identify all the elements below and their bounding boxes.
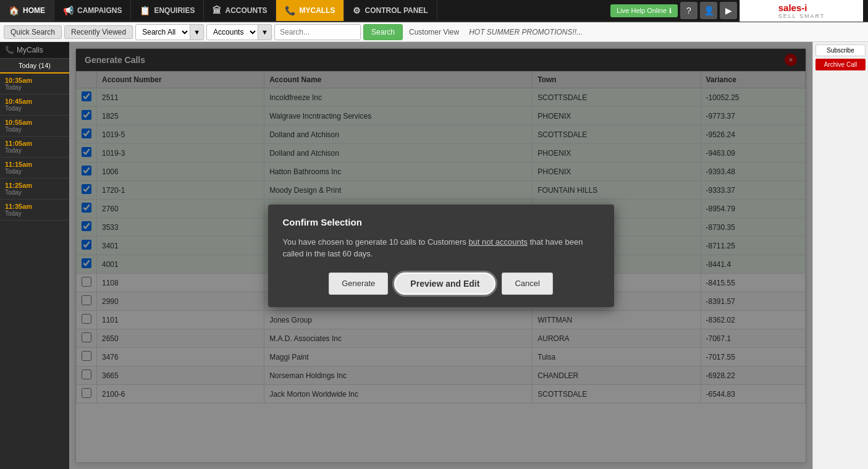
nav-controlpanel[interactable]: ⚙ CONTROL PANEL xyxy=(344,0,437,21)
time-sub: Today xyxy=(5,210,64,217)
sidebar-time-entry[interactable]: 11:35amToday xyxy=(0,200,69,221)
logo-text: sales-i xyxy=(778,2,825,13)
mycalls-icon: 📞 xyxy=(285,6,295,15)
logo-area: sales-i SELL SMART xyxy=(739,0,863,22)
logo-sub: SELL SMART xyxy=(778,13,825,19)
subscribe-button[interactable]: Subscribe xyxy=(815,44,866,56)
cancel-button[interactable]: Cancel xyxy=(502,273,552,295)
enquiries-icon: 📋 xyxy=(140,6,150,15)
nav-right: Live Help Online ℹ ? 👤 ▶ sales-i SELL SM… xyxy=(610,0,868,21)
right-panel: Subscribe Archive Call xyxy=(812,42,868,469)
generate-button[interactable]: Generate xyxy=(329,273,388,295)
time-label: 11:35am xyxy=(5,203,64,210)
sidebar-time-entry[interactable]: 10:45amToday xyxy=(0,95,69,116)
forward-button[interactable]: ▶ xyxy=(720,2,737,19)
sidebar-tab-today[interactable]: Today (14) xyxy=(0,59,69,74)
sidebar-time-entry[interactable]: 10:55amToday xyxy=(0,116,69,137)
search-all-select[interactable]: Search All xyxy=(135,24,190,40)
campaigns-icon: 📢 xyxy=(63,6,74,15)
time-label: 10:55am xyxy=(5,119,64,126)
nav-home[interactable]: 🏠 HOME xyxy=(0,0,54,21)
time-sub: Today xyxy=(5,84,64,91)
nav-enquiries[interactable]: 📋 ENQUIRIES xyxy=(131,0,204,21)
sidebar-header: 📞 MyCalls xyxy=(0,42,69,59)
sidebar-time-entry[interactable]: 11:25amToday xyxy=(0,179,69,200)
nav-mycalls[interactable]: 📞 MYCALLS xyxy=(276,0,344,21)
content-panel: Generate Calls × Account Number Account … xyxy=(69,42,812,469)
sidebar-time-entry[interactable]: 10:35amToday xyxy=(0,74,69,95)
accounts-dropdown[interactable]: ▼ xyxy=(258,24,272,40)
overlay: Confirm Selection You have chosen to gen… xyxy=(69,42,812,469)
search-input[interactable] xyxy=(274,24,361,40)
main-area: 📞 MyCalls Today (14) 10:35amToday10:45am… xyxy=(0,42,868,469)
sidebar-tab-bar: Today (14) xyxy=(0,59,69,74)
accounts-select[interactable]: Accounts xyxy=(206,24,258,40)
sidebar-time-entry[interactable]: 11:05amToday xyxy=(0,137,69,158)
accounts-select-wrap: Accounts ▼ xyxy=(206,24,272,40)
ticker-text: HOT SUMMER PROMOTIONS!!... xyxy=(465,28,586,36)
customer-view-label: Customer View xyxy=(405,28,463,36)
nav-campaigns[interactable]: 📢 CAMPAIGNS xyxy=(54,0,131,21)
search-button[interactable]: Search xyxy=(363,24,403,40)
time-sub: Today xyxy=(5,126,64,133)
preview-edit-button[interactable]: Preview and Edit xyxy=(394,273,495,295)
sidebar-times: 10:35amToday10:45amToday10:55amToday11:0… xyxy=(0,74,69,221)
archive-call-button[interactable]: Archive Call xyxy=(815,59,866,70)
home-icon: 🏠 xyxy=(9,6,19,15)
time-label: 10:45am xyxy=(5,98,64,105)
quick-search-button[interactable]: Quick Search xyxy=(4,25,62,39)
top-nav: 🏠 HOME 📢 CAMPAIGNS 📋 ENQUIRIES 🏛 ACCOUNT… xyxy=(0,0,868,22)
time-sub: Today xyxy=(5,168,64,175)
search-all-select-wrap: Search All ▼ xyxy=(135,24,204,40)
confirm-title: Confirm Selection xyxy=(283,217,599,227)
time-sub: Today xyxy=(5,189,64,196)
nav-accounts[interactable]: 🏛 ACCOUNTS xyxy=(204,0,276,21)
time-label: 11:05am xyxy=(5,140,64,147)
accounts-icon: 🏛 xyxy=(213,6,221,15)
confirm-buttons: Generate Preview and Edit Cancel xyxy=(283,273,599,295)
help-button[interactable]: ? xyxy=(680,2,697,19)
time-label: 11:25am xyxy=(5,182,64,189)
confirm-message: You have chosen to generate 10 calls to … xyxy=(283,236,599,260)
sidebar: 📞 MyCalls Today (14) 10:35amToday10:45am… xyxy=(0,42,69,469)
search-all-dropdown[interactable]: ▼ xyxy=(190,24,204,40)
sidebar-icon: 📞 xyxy=(5,46,14,54)
live-help-button[interactable]: Live Help Online ℹ xyxy=(610,4,678,17)
sidebar-time-entry[interactable]: 11:15amToday xyxy=(0,158,69,179)
user-button[interactable]: 👤 xyxy=(700,2,717,19)
confirm-dialog: Confirm Selection You have chosen to gen… xyxy=(268,205,614,307)
time-label: 10:35am xyxy=(5,77,64,84)
time-label: 11:15am xyxy=(5,161,64,168)
controlpanel-icon: ⚙ xyxy=(353,6,361,15)
info-icon: ℹ xyxy=(669,7,672,15)
toolbar: Quick Search Recently Viewed Search All … xyxy=(0,22,868,42)
time-sub: Today xyxy=(5,147,64,154)
recently-viewed-button[interactable]: Recently Viewed xyxy=(64,25,133,39)
time-sub: Today xyxy=(5,105,64,112)
